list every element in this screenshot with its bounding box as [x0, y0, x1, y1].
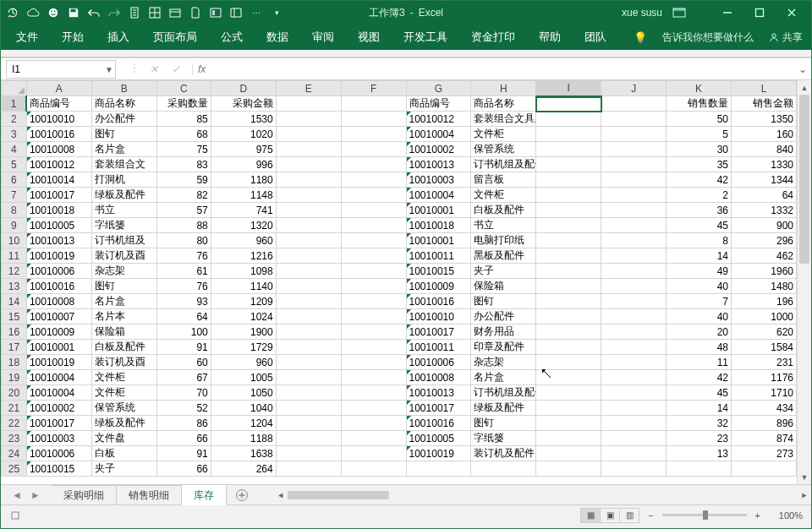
cell-J23[interactable]	[601, 431, 667, 446]
cell-E21[interactable]	[276, 401, 341, 416]
cell-C6[interactable]: 59	[156, 172, 211, 188]
cell-K7[interactable]: 2	[667, 188, 732, 203]
cell-H19[interactable]: 名片盒	[471, 370, 536, 385]
sheet-nav-next[interactable]: ►	[28, 489, 43, 501]
scroll-up-button[interactable]: ▲	[798, 80, 811, 95]
cell-H5[interactable]: 订书机组及配件	[471, 157, 536, 172]
cell-H6[interactable]: 留言板	[471, 172, 536, 188]
cell-H7[interactable]: 文件柜	[471, 188, 536, 203]
formula-input[interactable]	[206, 58, 794, 79]
cell-I15[interactable]	[536, 309, 601, 324]
cell-G15[interactable]: 10010010	[406, 309, 471, 324]
cell-G3[interactable]: 10010004	[406, 127, 471, 142]
cell-A15[interactable]: 10010007	[26, 309, 91, 324]
zoom-slider[interactable]	[662, 514, 747, 516]
cell-L9[interactable]: 900	[732, 218, 797, 233]
cell-G18[interactable]: 10010006	[406, 355, 471, 370]
hscroll-left[interactable]: ◄	[274, 489, 288, 501]
cell-E11[interactable]	[276, 248, 341, 264]
view-page-layout-button[interactable]: ▣	[600, 508, 620, 523]
cell-A22[interactable]: 10010017	[26, 416, 91, 431]
cell-A2[interactable]: 10010010	[26, 112, 91, 127]
cell-B17[interactable]: 白板及配件	[91, 340, 156, 355]
cell-C14[interactable]: 93	[156, 294, 211, 309]
close-button[interactable]	[777, 4, 806, 21]
cell-J19[interactable]	[601, 370, 667, 385]
cell-D25[interactable]: 264	[211, 461, 276, 477]
cell-L1[interactable]: 销售金额	[732, 96, 797, 112]
scroll-thumb[interactable]	[799, 95, 809, 264]
cell-G17[interactable]: 10010011	[406, 340, 471, 355]
cell-B8[interactable]: 书立	[91, 203, 156, 218]
cell-E10[interactable]	[276, 233, 341, 248]
cell-G5[interactable]: 10010013	[406, 157, 471, 172]
cell-A17[interactable]: 10010001	[26, 340, 91, 355]
cell-B1[interactable]: 商品名称	[91, 96, 156, 112]
cell-H14[interactable]: 图钉	[471, 294, 536, 309]
cell-L17[interactable]: 1584	[732, 340, 797, 355]
cell-E8[interactable]	[276, 203, 341, 218]
tab-team[interactable]: 团队	[581, 28, 610, 46]
cell-H20[interactable]: 订书机组及配件	[471, 385, 536, 401]
cell-C2[interactable]: 85	[156, 112, 211, 127]
qat-more-icon[interactable]: ⋯	[250, 6, 263, 19]
cell-H10[interactable]: 电脑打印纸	[471, 233, 536, 248]
cell-C21[interactable]: 52	[156, 401, 211, 416]
cell-L15[interactable]: 1000	[732, 309, 797, 324]
hscroll-thumb[interactable]	[288, 491, 389, 499]
user-name[interactable]: xue susu	[622, 7, 662, 19]
cell-J20[interactable]	[601, 385, 667, 401]
cell-J15[interactable]	[601, 309, 667, 324]
cell-D15[interactable]: 1024	[211, 309, 276, 324]
cell-J13[interactable]	[601, 279, 667, 294]
cell-I18[interactable]	[536, 355, 601, 370]
cell-G8[interactable]: 10010001	[406, 203, 471, 218]
cell-I3[interactable]	[536, 127, 601, 142]
row-header[interactable]: 22	[2, 416, 27, 431]
cell-I11[interactable]	[536, 248, 601, 264]
row-header[interactable]: 12	[2, 264, 27, 279]
tab-file[interactable]: 文件	[13, 28, 41, 46]
column-header-C[interactable]: C	[156, 81, 211, 96]
cell-K19[interactable]: 42	[667, 370, 732, 385]
cell-J10[interactable]	[601, 233, 667, 248]
cell-E1[interactable]	[276, 96, 341, 112]
cell-F22[interactable]	[341, 416, 406, 431]
cell-I9[interactable]	[536, 218, 601, 233]
smiley-icon[interactable]	[47, 6, 60, 19]
column-header-B[interactable]: B	[91, 81, 156, 96]
cell-E19[interactable]	[276, 370, 341, 385]
cell-K2[interactable]: 50	[667, 112, 732, 127]
cell-D1[interactable]: 采购金额	[211, 96, 276, 112]
qat-icon-4[interactable]	[189, 6, 202, 19]
cell-J11[interactable]	[601, 248, 667, 264]
cell-B18[interactable]: 装订机及酉	[91, 355, 156, 370]
cell-E23[interactable]	[276, 431, 341, 446]
cell-B13[interactable]: 图钉	[91, 279, 156, 294]
cell-I1[interactable]	[536, 96, 601, 112]
tab-page-layout[interactable]: 页面布局	[150, 28, 200, 46]
row-header[interactable]: 14	[2, 294, 27, 309]
cell-K5[interactable]: 35	[667, 157, 732, 172]
cell-H1[interactable]: 商品名称	[471, 96, 536, 112]
cell-L16[interactable]: 620	[732, 324, 797, 340]
column-header-L[interactable]: L	[732, 81, 797, 96]
cell-D22[interactable]: 1204	[211, 416, 276, 431]
cell-F25[interactable]	[341, 461, 406, 477]
cell-K18[interactable]: 11	[667, 355, 732, 370]
cell-H12[interactable]: 夹子	[471, 264, 536, 279]
cell-H16[interactable]: 财务用品	[471, 324, 536, 340]
cell-K16[interactable]: 20	[667, 324, 732, 340]
tab-insert[interactable]: 插入	[104, 28, 133, 46]
row-header[interactable]: 9	[2, 218, 27, 233]
cell-H4[interactable]: 保管系统	[471, 142, 536, 157]
cell-B2[interactable]: 办公配件	[91, 112, 156, 127]
zoom-out-button[interactable]: −	[648, 510, 653, 521]
cell-B23[interactable]: 文件盘	[91, 431, 156, 446]
cell-B22[interactable]: 绿板及配件	[91, 416, 156, 431]
row-header[interactable]: 10	[2, 233, 27, 248]
view-normal-button[interactable]: ▦	[580, 508, 601, 523]
cell-D2[interactable]: 1530	[211, 112, 276, 127]
cell-I2[interactable]	[536, 112, 601, 127]
cell-G6[interactable]: 10010003	[406, 172, 471, 188]
